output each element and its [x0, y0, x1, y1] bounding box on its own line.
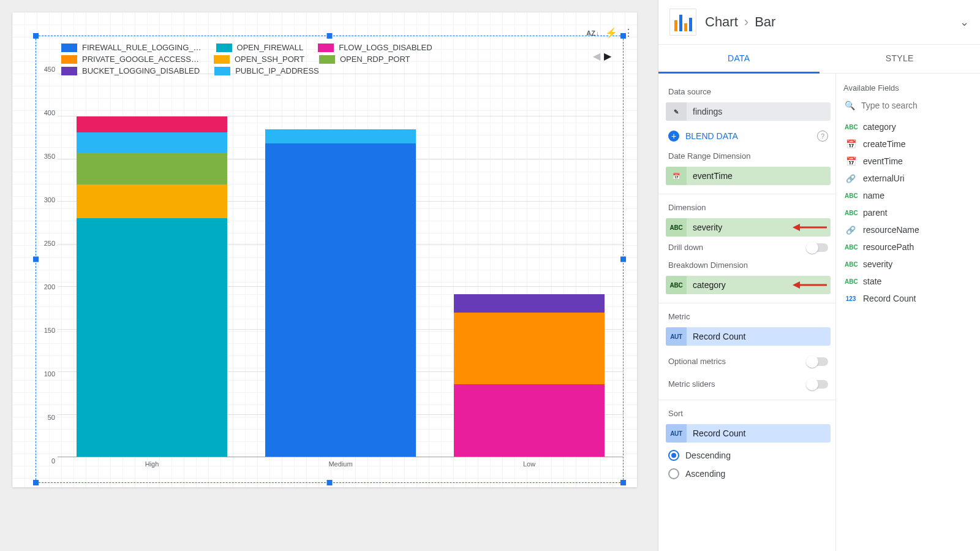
legend-label: FIREWALL_RULE_LOGGING_… — [82, 43, 202, 52]
available-field[interactable]: ABCstate — [843, 273, 973, 290]
available-field[interactable]: ABCresourcePath — [843, 238, 973, 256]
metric-chip[interactable]: AUT Record Count — [666, 327, 831, 346]
legend-item[interactable]: OPEN_RDP_PORT — [319, 55, 410, 64]
date-range-chip[interactable]: 📅 eventTime — [666, 167, 831, 185]
pencil-icon[interactable]: ✎ — [666, 102, 687, 121]
legend-next-icon[interactable]: ▶ — [604, 50, 611, 62]
dimension-chip[interactable]: ABC severity — [666, 218, 831, 237]
legend-item[interactable]: PUBLIC_IP_ADDRESS — [214, 66, 319, 75]
field-label: state — [863, 276, 881, 286]
bar-segment[interactable] — [77, 116, 227, 132]
bar-segment[interactable] — [265, 143, 416, 457]
y-tick: 0 — [51, 457, 55, 465]
panel-header: Chart › Bar ⌄ — [658, 0, 980, 45]
field-label: createTime — [863, 139, 906, 149]
sort-az-icon[interactable]: AZ — [586, 29, 599, 37]
field-label: resourcePath — [863, 242, 914, 252]
legend-item[interactable]: FIREWALL_RULE_LOGGING_… — [61, 43, 202, 52]
bar-segment[interactable] — [77, 184, 227, 218]
breadcrumb-root[interactable]: Chart — [705, 14, 738, 30]
legend-swatch — [319, 55, 335, 64]
field-label: Record Count — [863, 294, 916, 303]
available-field[interactable]: 🔗externalUri — [843, 170, 973, 187]
y-tick: 200 — [44, 283, 55, 291]
metric-sliders-toggle[interactable] — [807, 380, 828, 389]
bar-segment[interactable] — [77, 218, 227, 457]
breakdown-chip[interactable]: ABC category — [666, 276, 831, 294]
chart-type-icon[interactable] — [669, 9, 696, 36]
y-tick: 400 — [44, 109, 55, 116]
bar-segment[interactable] — [77, 132, 227, 153]
legend-label: PUBLIC_IP_ADDRESS — [235, 66, 319, 75]
legend-item[interactable]: BUCKET_LOGGING_DISABLED — [61, 66, 200, 75]
breadcrumb-current: Bar — [755, 14, 775, 30]
bar-column[interactable]: Medium — [246, 74, 435, 457]
available-field[interactable]: 📅eventTime — [843, 153, 973, 170]
field-type-icon: ABC — [845, 210, 857, 216]
sort-ascending-radio[interactable]: Ascending — [666, 465, 831, 483]
bar-segment[interactable] — [454, 313, 605, 385]
plus-icon: + — [668, 131, 679, 142]
bar-segment[interactable] — [265, 129, 416, 143]
field-type-icon: ABC — [845, 261, 857, 268]
field-type-icon: 📅 — [845, 139, 857, 149]
legend-swatch — [318, 44, 334, 52]
abc-icon: ABC — [666, 276, 687, 294]
field-label: category — [863, 122, 896, 132]
tab-style[interactable]: STYLE — [820, 45, 981, 73]
help-icon[interactable]: ? — [817, 131, 828, 142]
blend-data-button[interactable]: + BLEND DATA ? — [666, 124, 831, 148]
x-axis-label: Medium — [246, 457, 435, 468]
field-type-icon: ABC — [845, 192, 857, 199]
data-source-name: findings — [687, 107, 831, 116]
sort-descending-radio[interactable]: Descending — [666, 446, 831, 465]
legend-pager: ◀ ▶ — [593, 50, 611, 62]
available-field[interactable]: ABCcategory — [843, 118, 973, 135]
resize-handle[interactable] — [33, 480, 39, 485]
field-search[interactable]: 🔍 — [843, 97, 973, 118]
available-field[interactable]: ABCname — [843, 187, 973, 204]
legend-item[interactable]: OPEN_SSH_PORT — [214, 55, 304, 64]
bar-column[interactable]: High — [58, 74, 246, 457]
report-page[interactable]: AZ ⚡ ⋮ FIREWALL_RULE_LOGGING_…OPEN_FIREW… — [12, 12, 637, 487]
aut-icon: AUT — [666, 327, 687, 346]
bar-segment[interactable] — [454, 294, 605, 313]
available-field[interactable]: ABCparent — [843, 204, 973, 221]
bar-segment[interactable] — [77, 153, 227, 184]
resize-handle[interactable] — [327, 33, 333, 39]
available-field[interactable]: 🔗resourceName — [843, 221, 973, 238]
x-axis-label: High — [58, 457, 246, 468]
y-tick: 350 — [44, 153, 55, 160]
resize-handle[interactable] — [327, 480, 333, 485]
section-date-range: Date Range Dimension — [668, 151, 828, 161]
legend-item[interactable]: OPEN_FIREWALL — [216, 43, 304, 52]
more-icon[interactable]: ⋮ — [624, 27, 633, 39]
bolt-icon[interactable]: ⚡ — [605, 27, 617, 39]
field-type-icon: ABC — [845, 124, 857, 131]
resize-handle[interactable] — [33, 33, 39, 39]
optional-metrics-toggle[interactable] — [807, 357, 828, 366]
field-search-input[interactable] — [860, 100, 971, 111]
available-field[interactable]: 📅createTime — [843, 135, 973, 153]
legend-label: PRIVATE_GOOGLE_ACCESS… — [82, 55, 199, 64]
available-field[interactable]: ABCseverity — [843, 256, 973, 273]
legend-swatch — [214, 67, 230, 75]
bar-segment[interactable] — [454, 384, 605, 457]
drilldown-row: Drill down — [666, 240, 831, 254]
legend-prev-icon[interactable]: ◀ — [593, 50, 600, 62]
legend-item[interactable]: FLOW_LOGS_DISABLED — [318, 43, 432, 52]
data-source-chip[interactable]: ✎ findings — [666, 102, 831, 121]
report-canvas[interactable]: AZ ⚡ ⋮ FIREWALL_RULE_LOGGING_…OPEN_FIREW… — [0, 0, 658, 551]
legend-item[interactable]: PRIVATE_GOOGLE_ACCESS… — [61, 55, 199, 64]
sort-chip[interactable]: AUT Record Count — [666, 424, 831, 443]
available-field[interactable]: 123Record Count — [843, 290, 973, 307]
resize-handle[interactable] — [620, 480, 626, 485]
aut-icon: AUT — [666, 424, 687, 443]
tab-data[interactable]: DATA — [658, 45, 820, 74]
bar-column[interactable]: Low — [435, 74, 624, 457]
collapse-panel-icon[interactable]: ⌄ — [960, 15, 969, 29]
drilldown-toggle[interactable] — [807, 243, 828, 252]
section-sort: Sort — [668, 409, 828, 418]
field-label: parent — [863, 208, 888, 218]
y-tick: 100 — [44, 370, 55, 378]
